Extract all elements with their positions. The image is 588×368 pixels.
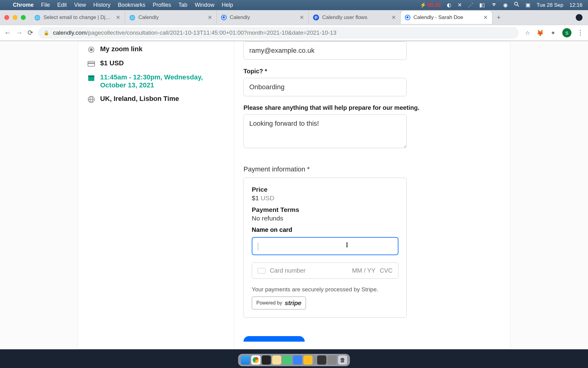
menu-profiles[interactable]: Profiles (153, 2, 171, 8)
extensions-icon[interactable]: ✦ (549, 29, 557, 36)
tab-calendly-1[interactable]: 🌐 Calendly ✕ (125, 11, 217, 24)
spotlight-icon[interactable] (514, 2, 519, 9)
price-row: $1 USD (87, 59, 225, 68)
profile-avatar[interactable]: S (562, 28, 571, 37)
macos-menubar: Chrome File Edit View History Bookmarks … (0, 0, 588, 10)
url-path: /pagecollective/consultation-call/2021-1… (86, 29, 336, 36)
dock-app-9[interactable] (328, 355, 337, 365)
close-icon[interactable]: ✕ (116, 14, 120, 21)
extension-metamask-icon[interactable]: 🦊 (537, 29, 544, 36)
p-icon: P (313, 14, 319, 21)
dock-app-6[interactable] (293, 355, 302, 365)
card-icon (87, 60, 95, 68)
close-icon[interactable]: ✕ (300, 14, 304, 21)
name-on-card-field[interactable] (258, 243, 392, 250)
globe-icon: 🌐 (34, 14, 40, 21)
new-tab-button[interactable]: + (492, 13, 505, 21)
battery-icon[interactable]: ▮▯ (479, 2, 485, 8)
terms-value: No refunds (252, 215, 398, 222)
window-minimize[interactable] (13, 15, 17, 20)
app-name[interactable]: Chrome (13, 2, 34, 8)
submit-button[interactable] (243, 336, 305, 342)
booking-card: My zoom link $1 USD 11:45am - 12:30pm, W… (78, 41, 510, 349)
card-icon (258, 268, 266, 274)
status-icon-2[interactable]: ✕ (458, 2, 462, 8)
card-exp-placeholder: MM / YY (352, 267, 375, 274)
price-value: $1 USD (252, 194, 398, 202)
back-button[interactable]: ← (4, 29, 11, 37)
browser-chrome: 🌐 Select email to change | Django ✕ 🌐 Ca… (0, 10, 588, 41)
status-icon-3[interactable]: ⋰ (468, 2, 473, 8)
close-icon[interactable]: ✕ (483, 14, 488, 21)
dock-app-5[interactable] (283, 355, 292, 365)
menubar-clock[interactable]: 12:16 (569, 2, 582, 8)
reload-button[interactable]: ⟳ (28, 29, 33, 37)
svg-point-2 (90, 48, 93, 51)
dock-trash[interactable]: 🗑 (338, 355, 347, 365)
price-label: Price (252, 186, 398, 193)
globe-icon: 🌐 (129, 14, 135, 21)
booking-sidebar: My zoom link $1 USD 11:45am - 12:30pm, W… (78, 41, 234, 349)
tab-calendly-2[interactable]: Calendly ✕ (217, 11, 309, 24)
tab-title: Calendly - Sarah Doe (413, 14, 480, 21)
svg-rect-5 (88, 63, 95, 64)
menubar-date[interactable]: Tue 28 Sep (537, 2, 563, 8)
control-center-icon[interactable]: ◉ (503, 2, 508, 8)
svg-line-1 (517, 5, 519, 6)
dock-finder[interactable] (241, 355, 250, 365)
dock-app-7[interactable] (303, 355, 313, 365)
wifi-icon[interactable] (491, 2, 497, 8)
url-row: ← → ⟳ 🔒 calendly.com/pagecollective/cons… (0, 25, 588, 41)
window-close[interactable] (4, 15, 9, 20)
bolt-icon: ⚡ (420, 2, 426, 8)
datetime-row: 11:45am - 12:30pm, Wednesday, October 13… (87, 73, 225, 89)
calendly-icon (221, 15, 227, 20)
name-on-card-wrapper: I (252, 237, 398, 255)
kebab-icon[interactable]: ⋮ (577, 29, 584, 37)
star-icon[interactable]: ☆ (524, 29, 531, 36)
topic-field[interactable] (243, 78, 407, 96)
card-number-field[interactable]: Card number MM / YY CVC (252, 263, 398, 279)
status-icon-1[interactable]: ◐ (447, 2, 451, 8)
tab-userflows[interactable]: P Calendly user flows ✕ (309, 11, 401, 24)
payment-box: Price $1 USD Payment Terms No refunds Na… (243, 178, 407, 318)
close-icon[interactable]: ✕ (391, 14, 396, 21)
tab-row: 🌐 Select email to change | Django ✕ 🌐 Ca… (0, 10, 588, 25)
calendly-icon (405, 15, 410, 20)
traffic-lights (4, 15, 26, 20)
tab-title: Calendly user flows (322, 14, 388, 21)
card-cvc-placeholder: CVC (380, 267, 393, 274)
battery-status[interactable]: ⚡00:33 (420, 2, 441, 8)
window-maximize[interactable] (21, 15, 26, 20)
text-cursor-icon: I (346, 241, 348, 249)
tab-django[interactable]: 🌐 Select email to change | Django ✕ (30, 11, 125, 24)
location-text: My zoom link (100, 45, 142, 53)
menu-tab[interactable]: Tab (179, 2, 187, 8)
text-caret (258, 243, 258, 251)
menu-file[interactable]: File (41, 2, 50, 8)
notes-field[interactable] (243, 114, 407, 148)
menu-view[interactable]: View (74, 2, 86, 8)
toolbox-icon[interactable]: ▣ (526, 2, 530, 8)
menu-window[interactable]: Window (195, 2, 214, 8)
email-field[interactable] (243, 41, 407, 60)
menu-history[interactable]: History (93, 2, 111, 8)
svg-point-0 (514, 2, 518, 5)
dock-notes[interactable] (272, 355, 281, 365)
dock-chrome[interactable] (251, 355, 261, 365)
lock-icon: 🔒 (43, 30, 49, 36)
url-bar[interactable]: 🔒 calendly.com/pagecollective/consultati… (38, 27, 519, 39)
dock-terminal[interactable] (262, 355, 271, 365)
close-icon[interactable]: ✕ (208, 14, 212, 21)
svg-rect-7 (88, 75, 94, 77)
tab-sarah-doe[interactable]: Calendly - Sarah Doe ✕ (401, 11, 492, 24)
dock-app-8[interactable] (317, 355, 326, 365)
forward-button[interactable]: → (16, 29, 23, 37)
powered-by-stripe[interactable]: Powered by stripe (252, 297, 306, 309)
menu-help[interactable]: Help (222, 2, 233, 8)
calendar-icon (87, 74, 95, 82)
menu-bookmarks[interactable]: Bookmarks (118, 2, 145, 8)
tab-overflow[interactable] (576, 14, 582, 21)
tab-title: Calendly (230, 14, 296, 21)
menu-edit[interactable]: Edit (57, 2, 67, 8)
